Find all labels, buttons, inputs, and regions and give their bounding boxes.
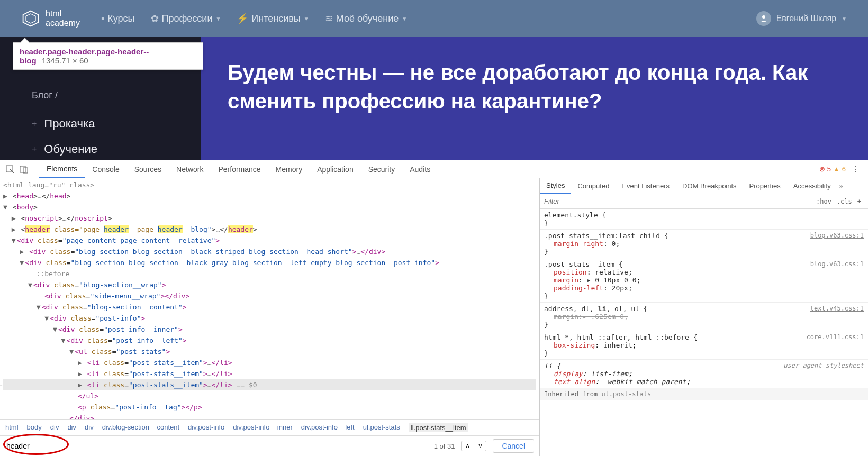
plus-icon: + [32, 119, 37, 129]
error-icon[interactable]: ⊗ [819, 165, 825, 173]
tab-computed[interactable]: Computed [571, 178, 616, 194]
search-count: 1 of 31 [434, 442, 455, 450]
rule-html-star[interactable]: core.v111.css:1 html *, html ::after, ht… [540, 331, 868, 360]
tab-security[interactable]: Security [361, 160, 403, 178]
svg-marker-0 [23, 11, 39, 26]
hov-button[interactable]: :hov [813, 198, 834, 205]
tooltip-dims: 1345.71 × 60 [42, 56, 88, 65]
logo-text: htmlacademy [46, 9, 80, 28]
user-menu[interactable]: Евгений Шкляр ▼ [756, 11, 847, 26]
rule-post-stats-item[interactable]: blog.v63.css:1 .post-stats__item { posit… [540, 258, 868, 303]
rule-last-child[interactable]: blog.v63.css:1 .post-stats__item:last-ch… [540, 230, 868, 258]
search-prev[interactable]: ʌ [462, 441, 474, 451]
chevron-down-icon: ▼ [402, 16, 407, 22]
gear-icon: ✿ [151, 13, 159, 24]
devtools-tabs: Elements Console Sources Network Perform… [0, 160, 868, 178]
rule-list-elements[interactable]: text.v45.css:1 address, dl, li, ol, ul {… [540, 303, 868, 331]
element-tooltip: header.page-header.page-header--blog1345… [13, 42, 203, 70]
book-icon: ≋ [325, 13, 333, 24]
tab-dom-breakpoints[interactable]: DOM Breakpoints [676, 178, 743, 194]
styles-panel: Styles Computed Event Listeners DOM Brea… [540, 178, 868, 456]
nav-items: ▪Курсы ✿Профессии▼ ⚡Интенсивы▼ ≋Моё обуч… [101, 13, 756, 24]
tab-application[interactable]: Application [310, 160, 361, 178]
ua-label: user agent stylesheet [783, 362, 864, 369]
more-tabs-icon[interactable]: » [837, 182, 845, 190]
sidebar-item-obuchenie[interactable]: +Обучение [32, 142, 180, 156]
logo[interactable]: htmlacademy [21, 9, 80, 28]
styles-rules[interactable]: element.style { } blog.v63.css:1 .post-s… [540, 209, 868, 456]
selected-element[interactable]: ⋯ ▶ <li class="post-stats__item">…</li> … [3, 379, 536, 390]
avatar-icon [756, 11, 771, 26]
chevron-down-icon: ▼ [842, 16, 847, 22]
page-title: Будем честны — не все доработают до конц… [228, 58, 842, 115]
chevron-down-icon: ▼ [304, 16, 309, 22]
devtools: Elements Console Sources Network Perform… [0, 160, 868, 456]
breadcrumb[interactable]: Блог / [32, 90, 180, 101]
rule-element-style[interactable]: element.style { } [540, 209, 868, 230]
tab-audits[interactable]: Audits [402, 160, 438, 178]
nav-courses[interactable]: ▪Курсы [101, 13, 135, 24]
chart-icon: ▪ [101, 13, 104, 24]
plus-icon: + [32, 144, 37, 154]
nav-professions[interactable]: ✿Профессии▼ [151, 13, 221, 24]
nav-learning[interactable]: ≋Моё обучение▼ [325, 13, 407, 24]
svg-point-2 [762, 15, 765, 19]
page-area: header.page-header.page-header--blog1345… [0, 37, 868, 160]
styles-filter: :hov .cls + [540, 194, 868, 209]
hero: Будем честны — не все доработают до конц… [201, 37, 868, 160]
search-bar: 1 of 31 ʌ v Cancel [0, 435, 539, 456]
tab-network[interactable]: Network [169, 160, 211, 178]
svg-marker-1 [26, 14, 35, 23]
tab-styles[interactable]: Styles [540, 178, 571, 194]
search-nav: ʌ v [461, 441, 486, 451]
warning-icon[interactable]: ▲ [833, 165, 840, 173]
menu-icon[interactable]: ⋮ [848, 164, 863, 174]
nav-intensives[interactable]: ⚡Интенсивы▼ [237, 13, 309, 24]
error-count: 5 [827, 165, 831, 173]
tab-accessibility[interactable]: Accessibility [787, 178, 837, 194]
warning-count: 6 [842, 165, 846, 173]
tab-sources[interactable]: Sources [127, 160, 169, 178]
source-link[interactable]: core.v111.css:1 [807, 333, 864, 341]
search-next[interactable]: v [474, 441, 486, 451]
tab-event-listeners[interactable]: Event Listeners [616, 178, 676, 194]
svg-rect-4 [20, 166, 25, 172]
logo-icon [21, 9, 40, 28]
search-input[interactable] [5, 440, 428, 452]
add-rule-button[interactable]: + [855, 198, 864, 205]
tab-memory[interactable]: Memory [268, 160, 310, 178]
chevron-down-icon: ▼ [215, 16, 221, 22]
source-link[interactable]: blog.v63.css:1 [810, 232, 864, 239]
source-link[interactable]: text.v45.css:1 [810, 305, 864, 312]
tab-properties[interactable]: Properties [743, 178, 787, 194]
elements-panel: <html lang="ru" class> ▶ <head>…</head> … [0, 178, 540, 456]
sidebar-item-prokachka[interactable]: +Прокачка [32, 117, 180, 131]
cls-button[interactable]: .cls [834, 198, 855, 205]
inspect-icon[interactable] [5, 165, 15, 174]
rule-user-agent-li[interactable]: user agent stylesheet li { display: list… [540, 360, 868, 388]
breadcrumb-trail[interactable]: html body div div div div.blog-section__… [0, 419, 539, 435]
user-name: Евгений Шкляр [776, 14, 836, 23]
tab-elements[interactable]: Elements [39, 160, 85, 178]
bolt-icon: ⚡ [237, 13, 248, 24]
filter-input[interactable] [544, 197, 813, 205]
inherited-from[interactable]: Inherited from ul.post-stats [540, 388, 868, 400]
dom-tree[interactable]: <html lang="ru" class> ▶ <head>…</head> … [0, 178, 539, 419]
cancel-button[interactable]: Cancel [493, 439, 534, 453]
styles-tabs: Styles Computed Event Listeners DOM Brea… [540, 178, 868, 194]
device-icon[interactable] [19, 165, 29, 174]
tab-console[interactable]: Console [85, 160, 126, 178]
top-nav: htmlacademy ▪Курсы ✿Профессии▼ ⚡Интенсив… [0, 0, 868, 37]
tab-performance[interactable]: Performance [211, 160, 268, 178]
source-link[interactable]: blog.v63.css:1 [810, 260, 864, 268]
